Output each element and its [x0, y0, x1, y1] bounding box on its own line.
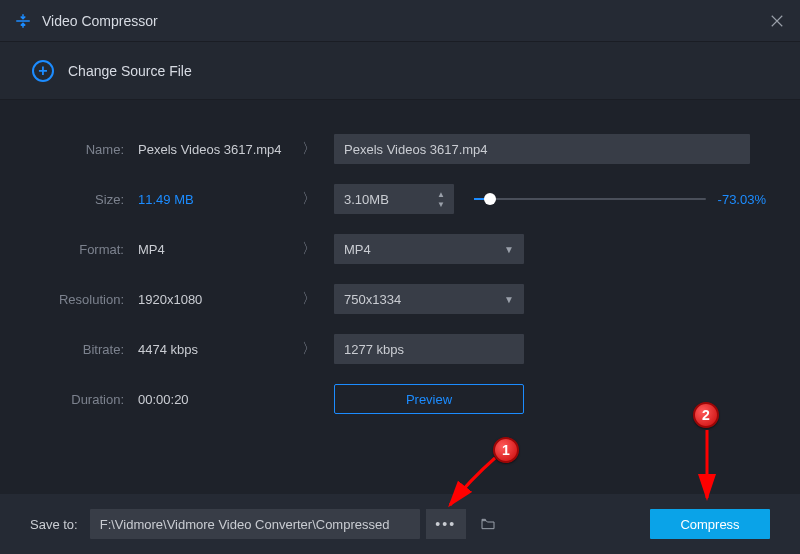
window-title: Video Compressor: [42, 13, 768, 29]
row-name: Name: Pexels Videos 3617.mp4 〉 Pexels Vi…: [34, 124, 766, 174]
chevron-right-icon: 〉: [284, 240, 334, 258]
value-format: MP4: [134, 242, 284, 257]
row-resolution: Resolution: 1920x1080 〉 750x1334 ▼: [34, 274, 766, 324]
save-path-text: F:\Vidmore\Vidmore Video Converter\Compr…: [100, 517, 390, 532]
value-name: Pexels Videos 3617.mp4: [134, 142, 284, 157]
slider-track: [474, 198, 706, 200]
label-name: Name:: [34, 142, 134, 157]
callout-2: 2: [693, 402, 719, 428]
row-bitrate: Bitrate: 4474 kbps 〉 1277 kbps: [34, 324, 766, 374]
row-duration: Duration: 00:00:20 Preview: [34, 374, 766, 424]
label-format: Format:: [34, 242, 134, 257]
label-duration: Duration:: [34, 392, 134, 407]
output-format-select[interactable]: MP4 ▼: [334, 234, 524, 264]
close-icon[interactable]: [768, 12, 786, 30]
preview-button[interactable]: Preview: [334, 384, 524, 414]
plus-circle-icon: +: [32, 60, 54, 82]
caret-down-icon: ▼: [504, 294, 514, 305]
compression-slider[interactable]: -73.03%: [474, 192, 766, 207]
titlebar: Video Compressor: [0, 0, 800, 42]
compress-button[interactable]: Compress: [650, 509, 770, 539]
chevron-right-icon: 〉: [284, 190, 334, 208]
compression-percent: -73.03%: [718, 192, 766, 207]
footer-bar: Save to: F:\Vidmore\Vidmore Video Conver…: [0, 494, 800, 554]
caret-down-icon: ▼: [504, 244, 514, 255]
output-bitrate-display: 1277 kbps: [334, 334, 524, 364]
size-step-up[interactable]: ▲: [434, 189, 448, 199]
label-bitrate: Bitrate:: [34, 342, 134, 357]
output-name-text: Pexels Videos 3617.mp4: [344, 142, 488, 157]
label-size: Size:: [34, 192, 134, 207]
folder-icon: [479, 516, 497, 532]
callout-1: 1: [493, 437, 519, 463]
row-size: Size: 11.49 MB 〉 3.10MB ▲ ▼ -73.03%: [34, 174, 766, 224]
label-resolution: Resolution:: [34, 292, 134, 307]
size-step-down[interactable]: ▼: [434, 199, 448, 209]
value-size: 11.49 MB: [134, 192, 284, 207]
output-bitrate-text: 1277 kbps: [344, 342, 404, 357]
output-format-text: MP4: [344, 242, 371, 257]
output-resolution-select[interactable]: 750x1334 ▼: [334, 284, 524, 314]
chevron-right-icon: 〉: [284, 140, 334, 158]
change-source-row[interactable]: + Change Source File: [0, 42, 800, 100]
save-to-label: Save to:: [30, 517, 78, 532]
value-duration: 00:00:20: [134, 392, 284, 407]
output-size-stepper[interactable]: 3.10MB ▲ ▼: [334, 184, 454, 214]
change-source-label: Change Source File: [68, 63, 192, 79]
slider-thumb[interactable]: [484, 193, 496, 205]
output-name-input[interactable]: Pexels Videos 3617.mp4: [334, 134, 750, 164]
compress-app-icon: [14, 12, 32, 30]
size-spinner: ▲ ▼: [434, 189, 448, 209]
chevron-right-icon: 〉: [284, 290, 334, 308]
open-folder-button[interactable]: [474, 509, 502, 539]
value-bitrate: 4474 kbps: [134, 342, 284, 357]
ellipsis-icon: •••: [435, 516, 456, 532]
output-size-text: 3.10MB: [344, 192, 389, 207]
browse-button[interactable]: •••: [426, 509, 466, 539]
output-resolution-text: 750x1334: [344, 292, 401, 307]
chevron-right-icon: 〉: [284, 340, 334, 358]
row-format: Format: MP4 〉 MP4 ▼: [34, 224, 766, 274]
value-resolution: 1920x1080: [134, 292, 284, 307]
save-path-display: F:\Vidmore\Vidmore Video Converter\Compr…: [90, 509, 420, 539]
main-panel: Name: Pexels Videos 3617.mp4 〉 Pexels Vi…: [0, 100, 800, 424]
